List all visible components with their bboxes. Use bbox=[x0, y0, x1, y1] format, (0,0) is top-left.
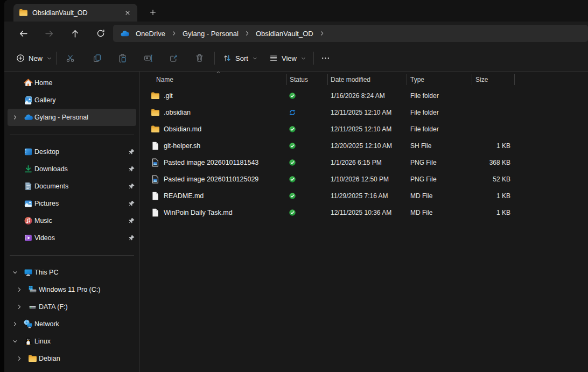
more-icon bbox=[321, 54, 330, 63]
tab-obsidianvault[interactable]: ObsidianVault_OD bbox=[13, 4, 137, 22]
chevron-right-icon[interactable] bbox=[16, 355, 23, 362]
file-row-pasted-image-20260110125029[interactable]: Pasted image 202601101250291/10/2026 12:… bbox=[140, 171, 588, 187]
refresh-button[interactable] bbox=[92, 25, 110, 42]
back-button[interactable] bbox=[14, 25, 32, 42]
file-date-modified: 1/16/2026 8:24 AM bbox=[331, 92, 385, 100]
sidebar-item-label: Windows 11 Pro (C:) bbox=[39, 286, 100, 293]
file-row-obsidian[interactable]: .obsidian12/11/2025 12:10 AMFile folder bbox=[140, 104, 588, 121]
sidebar-item-documents[interactable]: Documents bbox=[8, 178, 136, 195]
up-button[interactable] bbox=[66, 25, 84, 42]
column-header-name[interactable]: Name bbox=[156, 76, 173, 83]
file-date-modified: 12/11/2025 12:10 AM bbox=[331, 125, 391, 133]
chevron-right-icon bbox=[171, 30, 177, 37]
documents-icon bbox=[24, 182, 33, 191]
sidebar-item-windows-11-pro-c[interactable]: Windows 11 Pro (C:) bbox=[8, 281, 136, 298]
column-header-type[interactable]: Type bbox=[410, 76, 424, 83]
cut-button[interactable] bbox=[66, 54, 75, 63]
breadcrumb-item-onedrive[interactable]: OneDrive bbox=[131, 30, 170, 38]
file-type: File folder bbox=[410, 109, 439, 116]
sidebar-item-home[interactable]: Home bbox=[8, 74, 136, 92]
column-header-date-modified[interactable]: Date modified bbox=[331, 76, 370, 83]
synced-status-icon bbox=[289, 159, 296, 166]
sidebar-item-downloads[interactable]: Downloads bbox=[8, 160, 136, 178]
new-button[interactable]: New bbox=[11, 51, 58, 66]
sidebar-item-debian[interactable]: Debian bbox=[8, 350, 136, 367]
more-options-button[interactable] bbox=[321, 54, 330, 63]
onedrive-icon bbox=[24, 113, 33, 122]
sidebar-item-network[interactable]: Network bbox=[8, 315, 136, 333]
column-header-size[interactable]: Size bbox=[475, 76, 488, 83]
chevron-down-icon[interactable] bbox=[12, 269, 18, 276]
forward-arrow-icon bbox=[45, 29, 54, 38]
share-button[interactable] bbox=[169, 54, 178, 63]
rename-button[interactable] bbox=[144, 54, 153, 63]
synced-status-icon bbox=[289, 176, 296, 183]
view-button[interactable]: View bbox=[265, 51, 311, 66]
gallery-icon bbox=[24, 96, 33, 105]
new-tab-button[interactable] bbox=[145, 5, 160, 19]
sidebar-item-desktop[interactable]: Desktop bbox=[8, 143, 136, 160]
chevron-right-icon bbox=[244, 30, 250, 37]
forward-button[interactable] bbox=[40, 25, 58, 42]
sort-button[interactable]: Sort bbox=[219, 51, 262, 66]
sort-ascending-icon bbox=[215, 69, 221, 75]
sidebar-item-this-pc[interactable]: This PC bbox=[8, 264, 136, 281]
sidebar-item-videos[interactable]: Videos bbox=[8, 229, 136, 247]
chevron-right-icon[interactable] bbox=[16, 304, 23, 310]
view-icon bbox=[269, 54, 278, 62]
file-list: Name Status Date modified Type Size .git… bbox=[140, 72, 588, 372]
file-row-winpoin-daily-task-md[interactable]: WinPoin Daily Task.md12/11/2025 10:36 AM… bbox=[140, 204, 588, 221]
nav-buttons bbox=[14, 25, 110, 42]
explorer-window: ObsidianVault_OD OneDriveGylang - Person… bbox=[4, 0, 588, 372]
file-date-modified: 12/11/2025 10:36 AM bbox=[331, 209, 391, 216]
file-row-obsidian-md[interactable]: Obsidian.md12/11/2025 12:10 AMFile folde… bbox=[140, 121, 588, 137]
sidebar-item-label: DATA (F:) bbox=[39, 303, 68, 311]
home-icon bbox=[24, 79, 33, 88]
sidebar-item-pictures[interactable]: Pictures bbox=[8, 195, 136, 212]
column-headers: Name Status Date modified Type Size bbox=[140, 72, 588, 87]
file-icon bbox=[151, 191, 160, 200]
copy-button[interactable] bbox=[93, 54, 102, 63]
image-file-icon bbox=[151, 158, 160, 167]
delete-button[interactable] bbox=[195, 54, 204, 63]
sidebar-separator bbox=[4, 126, 139, 143]
column-header-status[interactable]: Status bbox=[290, 76, 308, 83]
file-date-modified: 12/20/2025 12:10 AM bbox=[331, 142, 392, 150]
synced-status-icon bbox=[289, 92, 296, 100]
folder-icon bbox=[28, 354, 37, 363]
chevron-right-icon[interactable] bbox=[12, 114, 18, 121]
downloads-icon bbox=[24, 165, 33, 174]
file-row-git[interactable]: .git1/16/2026 8:24 AMFile folder bbox=[140, 87, 588, 104]
back-arrow-icon bbox=[19, 29, 28, 38]
sidebar-item-label: Linux bbox=[34, 338, 51, 345]
paste-button[interactable] bbox=[118, 54, 127, 63]
plus-icon bbox=[149, 9, 157, 16]
address-bar: OneDriveGylang - PersonalObsidianVault_O… bbox=[4, 22, 588, 45]
file-row-git-helper-sh[interactable]: git-helper.sh12/20/2025 12:10 AMSH File1… bbox=[140, 137, 588, 154]
sidebar-item-gallery[interactable]: Gallery bbox=[8, 92, 136, 109]
breadcrumb-item-obsidianvault-od[interactable]: ObsidianVault_OD bbox=[251, 30, 318, 38]
image-file-icon bbox=[151, 174, 160, 184]
breadcrumb-item-gylang-personal[interactable]: Gylang - Personal bbox=[178, 30, 243, 38]
chevron-right-icon[interactable] bbox=[12, 321, 18, 327]
chevron-right-icon[interactable] bbox=[16, 286, 23, 293]
tab-close-button[interactable] bbox=[121, 6, 134, 19]
file-row-readme-md[interactable]: README.md11/29/2025 7:16 AMMD File1 KB bbox=[140, 187, 588, 204]
onedrive-icon bbox=[120, 29, 129, 38]
sidebar-item-data-f[interactable]: DATA (F:) bbox=[8, 298, 136, 315]
folder-icon bbox=[151, 108, 160, 117]
desktop-icon bbox=[24, 148, 33, 157]
file-date-modified: 1/1/2026 6:15 PM bbox=[331, 159, 382, 166]
file-size: 52 KB bbox=[493, 176, 510, 183]
chevron-down-icon[interactable] bbox=[12, 338, 18, 345]
sidebar-item-label: Gylang - Personal bbox=[34, 114, 88, 121]
breadcrumb[interactable]: OneDriveGylang - PersonalObsidianVault_O… bbox=[113, 25, 588, 42]
file-row-pasted-image-20260101181543[interactable]: Pasted image 202601011815431/1/2026 6:15… bbox=[140, 154, 588, 171]
sidebar-item-label: Debian bbox=[39, 355, 60, 362]
sidebar-item-music[interactable]: Music bbox=[8, 212, 136, 229]
sidebar-item-gylang-personal[interactable]: Gylang - Personal bbox=[8, 109, 136, 126]
file-type: MD File bbox=[410, 192, 432, 200]
sidebar: HomeGalleryGylang - PersonalDesktopDownl… bbox=[4, 72, 139, 372]
folder-icon bbox=[151, 91, 160, 100]
sidebar-item-linux[interactable]: Linux bbox=[8, 333, 136, 350]
